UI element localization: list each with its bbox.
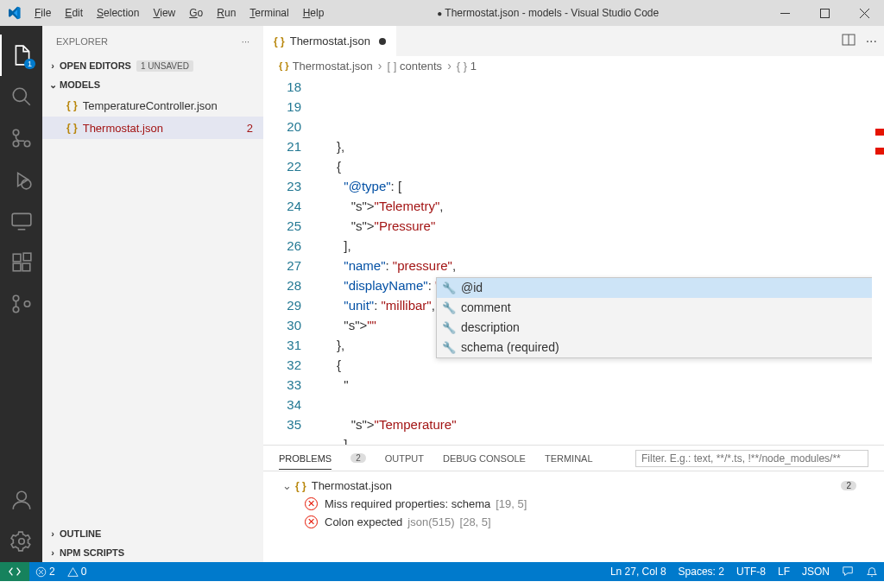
activity-debug-icon[interactable]	[0, 159, 42, 200]
problems-file-row[interactable]: ⌄ { } Thermostat.json 2	[263, 477, 884, 495]
svg-point-19	[24, 301, 30, 307]
bottom-panel: PROBLEMS 2 OUTPUT DEBUG CONSOLE TERMINAL…	[263, 445, 884, 562]
more-icon[interactable]: ···	[866, 34, 877, 49]
line-number-gutter: 181920212223242526272829303132333435	[263, 75, 315, 445]
menu-help[interactable]: Help	[296, 0, 332, 26]
problem-row[interactable]: ✕ Colon expectedjson(515)[28, 5]	[263, 513, 884, 531]
explorer-badge: 1	[24, 59, 35, 69]
code-editor[interactable]: 181920212223242526272829303132333435 }, …	[263, 75, 884, 445]
menu-view[interactable]: View	[146, 0, 182, 26]
svg-point-8	[13, 141, 19, 147]
explorer-sidebar: EXPLORER··· ›OPEN EDITORS1 UNSAVED ⌄MODE…	[42, 26, 263, 562]
chevron-down-icon: ⌄	[282, 479, 292, 492]
activity-remote-icon[interactable]	[0, 200, 42, 242]
svg-point-21	[18, 539, 24, 545]
intellisense-item[interactable]: 🔧comment	[437, 298, 884, 318]
json-icon: { }	[274, 35, 285, 47]
status-warnings[interactable]: 0	[61, 562, 93, 581]
activity-scm-icon[interactable]	[0, 117, 42, 159]
file-problem-count: 2	[841, 481, 856, 490]
problems-list: ⌄ { } Thermostat.json 2 ✕ Miss required …	[263, 471, 884, 536]
outline-section[interactable]: ›OUTLINE	[42, 524, 263, 543]
explorer-header: EXPLORER···	[42, 26, 263, 56]
activity-search-icon[interactable]	[0, 76, 42, 117]
intellisense-popup: 🔧@id🔧comment🔧description🔧schema (require…	[436, 277, 884, 358]
minimap[interactable]	[872, 75, 884, 445]
breadcrumb[interactable]: { }Thermostat.json ›[ ] contents ›{ } 1	[263, 56, 884, 75]
activity-settings-icon[interactable]	[0, 521, 42, 562]
svg-point-17	[13, 295, 19, 301]
status-cursor-position[interactable]: Ln 27, Col 8	[604, 562, 672, 581]
vscode-logo-icon	[7, 6, 21, 20]
remote-indicator[interactable]	[0, 562, 29, 581]
tab-terminal[interactable]: TERMINAL	[545, 453, 593, 464]
title-bar: File Edit Selection View Go Run Terminal…	[0, 0, 884, 26]
window-minimize-button[interactable]	[765, 0, 805, 26]
tab-bar: { } Thermostat.json ···	[263, 26, 884, 56]
status-bar: 2 0 Ln 27, Col 8 Spaces: 2 UTF-8 LF JSON	[0, 562, 884, 581]
status-encoding[interactable]: UTF-8	[730, 562, 772, 581]
file-row[interactable]: { }TemperatureController.json	[42, 94, 263, 117]
status-eol[interactable]: LF	[772, 562, 796, 581]
json-icon: { }	[66, 122, 78, 134]
svg-line-5	[24, 99, 30, 105]
split-editor-icon[interactable]	[842, 33, 856, 50]
more-icon[interactable]: ···	[242, 36, 249, 47]
svg-point-18	[13, 307, 19, 313]
json-icon: { }	[295, 480, 306, 492]
menu-file[interactable]: File	[28, 0, 58, 26]
tab-output[interactable]: OUTPUT	[385, 453, 424, 464]
wrench-icon: 🔧	[442, 298, 456, 318]
panel-tabs: PROBLEMS 2 OUTPUT DEBUG CONSOLE TERMINAL	[263, 446, 884, 471]
status-language[interactable]: JSON	[796, 562, 836, 581]
error-icon: ✕	[305, 515, 318, 528]
menu-go[interactable]: Go	[182, 0, 210, 26]
json-icon: { }	[279, 60, 289, 71]
activity-explorer-icon[interactable]: 1	[0, 35, 42, 76]
error-icon: ✕	[305, 497, 318, 510]
json-icon: { }	[66, 99, 78, 111]
window-close-button[interactable]	[844, 0, 884, 26]
svg-point-7	[24, 141, 30, 147]
status-spaces[interactable]: Spaces: 2	[672, 562, 730, 581]
menu-run[interactable]: Run	[210, 0, 243, 26]
activity-extensions-icon[interactable]	[0, 242, 42, 283]
svg-rect-15	[22, 263, 30, 271]
activity-bar: 1	[0, 26, 42, 562]
wrench-icon: 🔧	[442, 318, 456, 338]
wrench-icon: 🔧	[442, 278, 456, 298]
status-feedback-icon[interactable]	[836, 562, 860, 581]
folder-section[interactable]: ⌄MODELS	[42, 75, 263, 94]
problems-filter-input[interactable]	[635, 450, 868, 467]
window-title: ● Thermostat.json - models - Visual Stud…	[331, 7, 765, 19]
error-marker-icon	[875, 129, 884, 136]
svg-rect-11	[12, 213, 31, 225]
menu-terminal[interactable]: Terminal	[243, 0, 295, 26]
status-bell-icon[interactable]	[860, 562, 884, 581]
problem-count: 2	[247, 122, 253, 135]
window-maximize-button[interactable]	[805, 0, 844, 26]
intellisense-item[interactable]: 🔧schema (required)	[437, 338, 884, 357]
tab-problems[interactable]: PROBLEMS	[279, 453, 332, 470]
intellisense-item[interactable]: 🔧description	[437, 318, 884, 338]
intellisense-item[interactable]: 🔧@id	[437, 278, 884, 298]
editor: { } Thermostat.json ··· { }Thermostat.js…	[263, 26, 884, 562]
activity-custom-icon[interactable]	[0, 283, 42, 325]
menu-edit[interactable]: Edit	[58, 0, 90, 26]
svg-point-4	[13, 88, 26, 101]
file-row[interactable]: { }Thermostat.json2	[42, 117, 263, 139]
problem-row[interactable]: ✕ Miss required properties: schema[19, 5…	[263, 495, 884, 513]
menu-selection[interactable]: Selection	[90, 0, 146, 26]
error-marker-icon	[875, 148, 884, 155]
svg-point-6	[13, 130, 19, 136]
tab-debug-console[interactable]: DEBUG CONSOLE	[443, 453, 526, 464]
open-editors-section[interactable]: ›OPEN EDITORS1 UNSAVED	[42, 56, 263, 75]
status-errors[interactable]: 2	[29, 562, 61, 581]
activity-account-icon[interactable]	[0, 479, 42, 521]
npm-scripts-section[interactable]: ›NPM SCRIPTS	[42, 543, 263, 562]
editor-tab[interactable]: { } Thermostat.json	[263, 26, 397, 56]
svg-rect-1	[820, 9, 829, 17]
unsaved-badge: 1 UNSAVED	[136, 60, 193, 72]
svg-rect-14	[13, 263, 21, 271]
svg-rect-16	[23, 253, 31, 261]
